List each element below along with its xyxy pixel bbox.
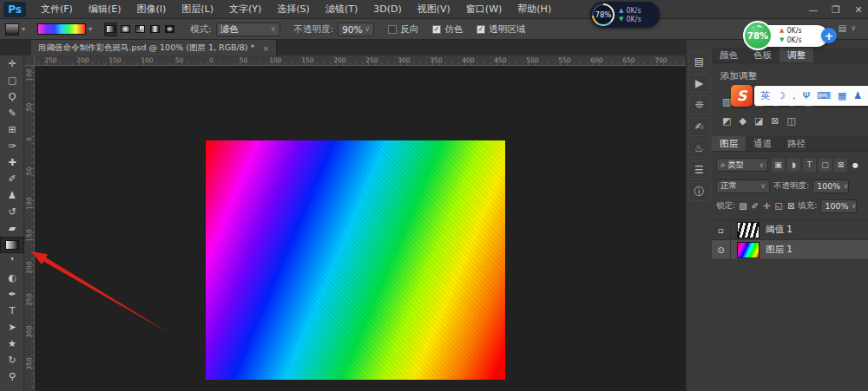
layer-opacity-select[interactable]: 100% ∨ xyxy=(812,179,849,193)
menu-item[interactable]: 选择(S) xyxy=(269,0,318,19)
input-method-icon[interactable]: ⌨ xyxy=(817,91,831,101)
accelerator-ball-widget[interactable]: 78% ▲0K/s ▼0K/s + xyxy=(743,21,840,52)
fill-select[interactable]: 100% ∨ xyxy=(820,199,857,213)
menu-item[interactable]: 3D(D) xyxy=(365,0,410,19)
minimize-button[interactable]: — xyxy=(807,4,819,16)
history-brush-tool[interactable]: ↺ xyxy=(0,204,24,220)
type-tool[interactable]: T xyxy=(0,303,24,319)
lock-icon-button[interactable]: ✐ xyxy=(752,201,759,211)
linear-gradient-button[interactable] xyxy=(104,23,117,36)
menu-item[interactable]: 文字(Y) xyxy=(221,0,269,19)
quick-selection-tool[interactable]: ✎ xyxy=(0,105,24,121)
marquee-tool[interactable]: ▢ xyxy=(0,72,24,88)
filter-toggle-dot[interactable]: ● xyxy=(852,161,858,169)
filter-icon-button[interactable]: ⊠ xyxy=(834,159,847,172)
layer-row[interactable]: ⊙ 图层 1 xyxy=(712,240,868,260)
menu-item[interactable]: 图层(L) xyxy=(174,0,221,19)
dodge-tool[interactable]: ◐ xyxy=(0,270,24,286)
menu-item[interactable]: 帮助(H) xyxy=(510,0,559,19)
adjustment-icon[interactable]: ◩ xyxy=(722,115,731,127)
blur-tool[interactable]: ❜ xyxy=(0,253,24,270)
layer-thumbnail[interactable] xyxy=(737,242,760,258)
eyedropper-tool[interactable]: ✑ xyxy=(0,138,24,154)
panel-tab[interactable]: 路径 xyxy=(779,136,813,151)
checkbox-box[interactable] xyxy=(432,25,441,34)
opacity-select[interactable]: 90% ∨ xyxy=(338,23,374,36)
lasso-tool[interactable]: Ϙ xyxy=(0,88,24,105)
restore-button[interactable]: ❐ xyxy=(830,4,842,16)
input-method-toolbar[interactable]: S 英☽,Ψ⌨▦♟⚒ xyxy=(731,84,868,108)
info-panel-icon[interactable]: ⓘ xyxy=(688,182,711,201)
lock-icon-button[interactable]: ✛ xyxy=(763,201,770,211)
percent-ball[interactable]: 78% xyxy=(743,21,773,50)
input-method-icon[interactable]: ♟ xyxy=(853,91,862,101)
zoom-tool[interactable]: ⚲ xyxy=(0,368,24,385)
option-checkbox[interactable]: 透明区域 xyxy=(477,23,525,36)
input-method-icon[interactable]: , xyxy=(792,91,796,101)
visibility-toggle[interactable]: ▫ xyxy=(712,220,731,240)
vertical-ruler[interactable]: 10050050100150200250300350 xyxy=(24,66,35,391)
healing-brush-tool[interactable]: ✚ xyxy=(0,154,24,171)
panel-tab[interactable]: 图层 xyxy=(712,136,746,151)
input-method-icon[interactable]: Ψ xyxy=(802,91,810,101)
path-selection-tool[interactable]: ➤ xyxy=(0,319,24,336)
angle-gradient-button[interactable] xyxy=(134,23,147,36)
document-tab[interactable]: 用阈值命令制作彩色斑马.psd @ 100% (图层 1, RGB/8) * × xyxy=(31,40,277,55)
history-panel-icon[interactable]: ▤ xyxy=(688,52,711,71)
tool-presets-panel-icon[interactable]: ☰ xyxy=(688,160,711,179)
move-tool[interactable]: ✛ xyxy=(0,55,24,72)
add-button[interactable]: + xyxy=(821,28,837,43)
adjustment-icon[interactable]: ◪ xyxy=(754,115,763,127)
input-method-icon[interactable]: ☽ xyxy=(777,91,786,101)
filter-icon-button[interactable]: T xyxy=(803,159,816,172)
menu-item[interactable]: 滤镜(T) xyxy=(318,0,365,19)
rotate-view-tool[interactable]: ↻ xyxy=(0,352,24,368)
gradient-editor[interactable]: ▾ xyxy=(37,23,92,35)
adjustment-icon[interactable]: ◆ xyxy=(739,115,746,127)
horizontal-ruler[interactable]: 2502001501005005010015020025030035040045… xyxy=(35,55,686,66)
layer-row[interactable]: ▫ 阈值 1 xyxy=(712,220,868,240)
filter-icon-button[interactable]: ▢ xyxy=(819,159,832,172)
menu-item[interactable]: 文件(F) xyxy=(33,0,81,19)
adjustment-icon[interactable]: ◫ xyxy=(787,115,796,127)
navigator-panel-icon[interactable]: ❊ xyxy=(688,95,711,114)
menu-item[interactable]: 窗口(W) xyxy=(458,0,510,19)
workspace-switcher[interactable]: ▤ ∨ xyxy=(838,23,856,33)
adjustment-icon[interactable]: ▥ xyxy=(722,96,731,108)
close-tab-icon[interactable]: × xyxy=(262,43,269,53)
reflected-gradient-button[interactable] xyxy=(148,23,161,36)
radial-gradient-button[interactable] xyxy=(119,23,132,36)
brush-presets-panel-icon[interactable]: ♨ xyxy=(688,139,711,158)
close-button[interactable]: ✕ xyxy=(852,4,865,16)
blend-mode-select[interactable]: 滤色 ∨ xyxy=(216,23,280,36)
gradient-preview[interactable] xyxy=(37,23,86,35)
brush-tool[interactable]: ✐ xyxy=(0,171,24,187)
option-checkbox[interactable]: 反向 xyxy=(388,23,418,36)
clone-stamp-tool[interactable]: ♟ xyxy=(0,187,24,204)
layer-thumbnail[interactable] xyxy=(737,222,760,238)
diamond-gradient-button[interactable] xyxy=(163,23,176,36)
menu-item[interactable]: 编辑(E) xyxy=(81,0,129,19)
lock-icon-button[interactable]: ▨ xyxy=(739,201,746,211)
input-method-icon[interactable]: ▦ xyxy=(838,91,846,101)
menu-item[interactable]: 图像(I) xyxy=(128,0,174,19)
filter-icon-button[interactable]: ◗ xyxy=(787,159,800,172)
lock-icon-button[interactable]: ⊠ xyxy=(787,201,794,211)
adjustment-icon[interactable]: ⊠ xyxy=(771,115,779,127)
checkbox-box[interactable] xyxy=(477,25,485,34)
chevron-down-icon[interactable]: ▾ xyxy=(89,25,92,33)
tool-preset-picker[interactable]: ▾ xyxy=(5,23,25,36)
network-monitor-widget[interactable]: 78% ▲0K/s ▼0K/s xyxy=(590,2,660,28)
pen-tool[interactable]: ✒ xyxy=(0,286,24,303)
custom-shape-tool[interactable]: ★ xyxy=(0,336,24,352)
option-checkbox[interactable]: 仿色 xyxy=(432,23,463,36)
panel-tab[interactable]: 颜色 xyxy=(712,48,746,62)
menu-item[interactable]: 视图(V) xyxy=(410,0,458,19)
layer-blend-mode-select[interactable]: 正常 ∨ xyxy=(716,179,770,193)
notes-panel-icon[interactable]: ✍ xyxy=(688,117,711,136)
eraser-tool[interactable]: ▰ xyxy=(0,220,24,237)
input-method-icon[interactable]: 英 xyxy=(760,91,770,101)
sogou-logo[interactable]: S xyxy=(731,85,753,107)
checkbox-box[interactable] xyxy=(388,25,397,34)
filter-type-select[interactable]: ⌕ 类型 ∨ xyxy=(716,158,768,172)
